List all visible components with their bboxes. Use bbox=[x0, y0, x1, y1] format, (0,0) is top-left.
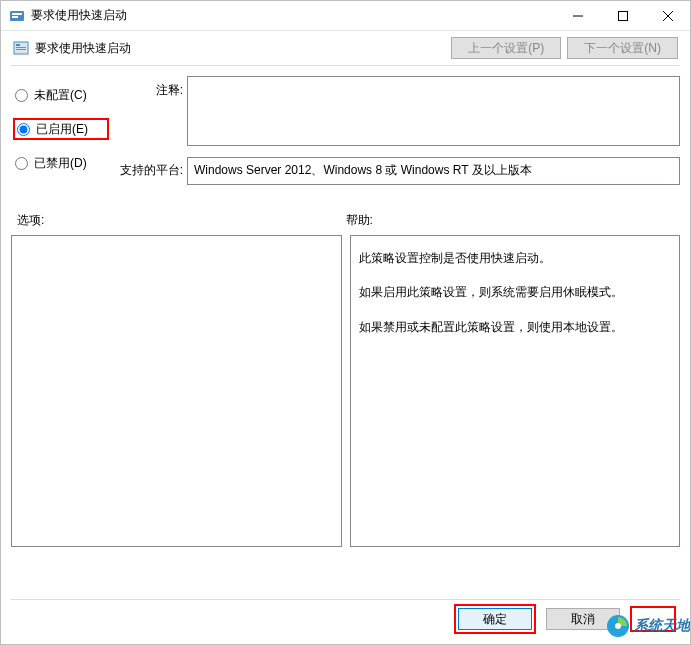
help-paragraph: 如果禁用或未配置此策略设置，则使用本地设置。 bbox=[359, 317, 672, 337]
close-button[interactable] bbox=[645, 1, 690, 31]
panels: 此策略设置控制是否使用快速启动。 如果启用此策略设置，则系统需要启用休眠模式。 … bbox=[1, 235, 690, 547]
help-paragraph: 此策略设置控制是否使用快速启动。 bbox=[359, 248, 672, 268]
label-column: 注释: 支持的平台: bbox=[113, 76, 183, 188]
svg-rect-1 bbox=[12, 13, 22, 15]
supported-platform-text: Windows Server 2012、Windows 8 或 Windows … bbox=[194, 163, 532, 177]
radio-disabled-input[interactable] bbox=[15, 157, 28, 170]
radio-not-configured-input[interactable] bbox=[15, 89, 28, 102]
help-paragraph: 如果启用此策略设置，则系统需要启用休眠模式。 bbox=[359, 282, 672, 302]
radio-enabled-label: 已启用(E) bbox=[36, 121, 88, 138]
comment-label: 注释: bbox=[113, 82, 183, 108]
comment-textarea[interactable] bbox=[187, 76, 680, 146]
header-row: 要求使用快速启动 上一个设置(P) 下一个设置(N) bbox=[1, 31, 690, 65]
svg-rect-9 bbox=[16, 47, 26, 48]
radio-enabled[interactable]: 已启用(E) bbox=[13, 118, 109, 140]
policy-icon bbox=[13, 40, 29, 56]
field-column: Windows Server 2012、Windows 8 或 Windows … bbox=[187, 76, 680, 185]
next-setting-button[interactable]: 下一个设置(N) bbox=[567, 37, 678, 59]
section-labels: 选项: 帮助: bbox=[1, 188, 690, 235]
svg-rect-2 bbox=[12, 16, 18, 18]
prev-setting-button[interactable]: 上一个设置(P) bbox=[451, 37, 561, 59]
svg-rect-4 bbox=[618, 11, 627, 20]
ok-button[interactable]: 确定 bbox=[458, 608, 532, 630]
svg-rect-10 bbox=[16, 49, 26, 50]
divider bbox=[11, 65, 680, 66]
titlebar: 要求使用快速启动 bbox=[1, 1, 690, 31]
footer-divider bbox=[11, 599, 680, 600]
supported-platform-box: Windows Server 2012、Windows 8 或 Windows … bbox=[187, 157, 680, 185]
radio-disabled-label: 已禁用(D) bbox=[34, 155, 87, 172]
app-icon bbox=[9, 8, 25, 24]
radio-not-configured[interactable]: 未配置(C) bbox=[13, 84, 109, 106]
minimize-button[interactable] bbox=[555, 1, 600, 31]
apply-button-highlight bbox=[630, 606, 676, 632]
radio-not-configured-label: 未配置(C) bbox=[34, 87, 87, 104]
window-title: 要求使用快速启动 bbox=[31, 7, 127, 24]
platform-label: 支持的平台: bbox=[113, 162, 183, 188]
help-label: 帮助: bbox=[346, 212, 675, 229]
help-panel[interactable]: 此策略设置控制是否使用快速启动。 如果启用此策略设置，则系统需要启用休眠模式。 … bbox=[350, 235, 681, 547]
radio-group: 未配置(C) 已启用(E) 已禁用(D) bbox=[11, 76, 109, 186]
maximize-button[interactable] bbox=[600, 1, 645, 31]
svg-rect-8 bbox=[16, 44, 20, 46]
radio-enabled-input[interactable] bbox=[17, 123, 30, 136]
radio-disabled[interactable]: 已禁用(D) bbox=[13, 152, 109, 174]
ok-button-highlight: 确定 bbox=[454, 604, 536, 634]
policy-title: 要求使用快速启动 bbox=[35, 40, 131, 57]
footer: 确定 取消 bbox=[1, 604, 690, 634]
cancel-button[interactable]: 取消 bbox=[546, 608, 620, 630]
cancel-button-wrap: 取消 bbox=[544, 606, 622, 632]
options-panel[interactable] bbox=[11, 235, 342, 547]
options-label: 选项: bbox=[17, 212, 346, 229]
